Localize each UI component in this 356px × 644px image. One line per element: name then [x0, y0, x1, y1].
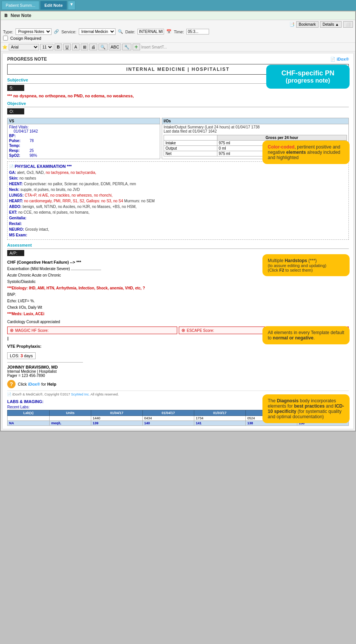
- format-toolbar: ⭐ Arial 11 B U A ⊞ 🖨 🔍 ABC 🔧 + Insert Sm…: [1, 43, 355, 52]
- heart-label: HEART:: [9, 199, 23, 203]
- heent-value: Conjunctivae: no pallor, Sclerae: no jau…: [24, 182, 136, 186]
- tab-dropdown[interactable]: ▼: [68, 1, 76, 10]
- ms-line: MS Exam:: [9, 232, 347, 238]
- exacerbation-line-fill: [71, 270, 101, 270]
- filed-vitals-label: Filed Vitals:: [9, 125, 158, 129]
- labs-col-01-03-1: 01/03/17: [194, 410, 245, 416]
- meds-label: ***Meds: Lasix, ACEi: [7, 312, 44, 316]
- lungs-label: LUNGS:: [9, 193, 23, 197]
- los-unit: days: [24, 353, 33, 358]
- vte-label: VTE Prophylaxis:: [7, 344, 41, 349]
- labs-col-01-04-2: 01/04/17: [142, 410, 194, 416]
- window-title-icon: 🗎: [4, 13, 8, 18]
- tab-patient-summary[interactable]: Patient Summ...: [2, 1, 39, 10]
- footer-rights: All rights reserved.: [91, 392, 119, 396]
- labs-time2: 0434: [142, 416, 194, 421]
- etiology-line: ***Etiology: IHD, AMI, HTN, Arrhythmia, …: [7, 285, 349, 291]
- labs-col-units: Units: [50, 410, 91, 416]
- bp-row: BP:: [9, 133, 158, 138]
- los-value: 3: [20, 353, 23, 358]
- genitalia-line: Genitalia:: [9, 215, 347, 221]
- footer-icon: 📄: [7, 392, 11, 396]
- filed-vitals-text: Filed Vitals:: [9, 125, 29, 129]
- callout-chf-subtitle: (progress note): [272, 77, 344, 84]
- meds-line: ***Meds: Lasix, ACEi: [7, 311, 349, 317]
- ext-value: no CCE, no edema, nl pulses, no homans,: [18, 210, 89, 214]
- assessment-section-label: Assessment: [7, 243, 349, 247]
- calendar-icon[interactable]: 📅: [166, 29, 172, 34]
- bookmark-button[interactable]: Bookmark: [296, 21, 319, 28]
- help-icon[interactable]: ?: [7, 380, 16, 388]
- ios-summary: Intake/Output Summary (Last 24 hours) at…: [164, 125, 347, 129]
- signature-dept: Internal Medicine | Hospitalist: [7, 369, 349, 374]
- callout-diagnosis: The Diagnosis body incorporates elements…: [262, 394, 350, 423]
- tab-edit-note[interactable]: Edit Note: [40, 1, 67, 10]
- date-label: Date:: [125, 30, 135, 34]
- phys-exam-title: PHYSICAL EXAMINATION ***: [15, 164, 72, 169]
- window-title: 🗎 New Note: [1, 11, 355, 20]
- underline-button[interactable]: U: [63, 44, 71, 50]
- labs-time3: 1734: [194, 416, 245, 421]
- symptoms-line: *** no dyspnea, no orthopnea, no PND, no…: [7, 94, 349, 98]
- details-button[interactable]: Details ▲: [320, 21, 342, 28]
- window-title-text: New Note: [11, 13, 31, 18]
- search-button[interactable]: 🔍: [98, 44, 108, 50]
- type-icon: 🔗: [54, 29, 59, 34]
- document-content[interactable]: CHF-specific PN (progress note) Color-co…: [2, 53, 354, 429]
- skin-line: Skin: no rashes: [9, 175, 347, 181]
- add-button[interactable]: +: [133, 44, 140, 50]
- pulse-row: Pulse: 78: [9, 138, 158, 143]
- ios-filed: Last data filed at 01/04/17 1642: [164, 129, 347, 133]
- help-text: Click iDox® for Help: [18, 382, 56, 386]
- objective-o-field[interactable]: O:: [7, 108, 24, 114]
- bold-button[interactable]: B: [55, 44, 62, 50]
- skin-label: Skin:: [9, 176, 18, 180]
- tools-button[interactable]: 🔧: [122, 44, 131, 50]
- maggic-label: MAGGIC HF Score:: [15, 328, 48, 333]
- idox-label[interactable]: iDox®: [337, 57, 349, 61]
- maggic-score-block[interactable]: ⊗ MAGGIC HF Score:: [7, 327, 177, 334]
- objective-section-label: Objective: [7, 101, 349, 106]
- date-input[interactable]: [137, 29, 164, 34]
- print-button[interactable]: 🖨: [89, 44, 97, 50]
- time-input[interactable]: [186, 29, 209, 34]
- check-label: Check I/Os, Daily Wt: [7, 305, 42, 309]
- los-underline: [7, 362, 83, 363]
- labs-time-blank: [8, 416, 50, 421]
- heart-abnormal: no S3, no S4: [101, 199, 123, 203]
- abdo-line: ABDO: benign, soft, NT/ND, no Ascites, n…: [9, 204, 347, 209]
- ap-section-field[interactable]: A/P:: [7, 250, 24, 256]
- service-select[interactable]: Internal Medicin: [79, 28, 116, 35]
- tab-dropdown-arrow: ▼: [70, 2, 74, 6]
- resize-button[interactable]: ⬜: [343, 21, 353, 28]
- chf-title: CHF (Congestive Heart Failure) --> ***: [7, 260, 81, 264]
- toolbar-area: 📑 Bookmark Details ▲ ⬜ Type: Progress No…: [1, 20, 355, 43]
- ga-label: GA:: [9, 170, 16, 175]
- align-button[interactable]: A: [72, 44, 80, 50]
- systolic-label: Systolic/Diastolic: [7, 280, 36, 284]
- time-label: Time:: [174, 30, 184, 34]
- table-button[interactable]: ⊞: [81, 44, 88, 50]
- subjective-s-field[interactable]: S:: [7, 85, 24, 91]
- vitals-date-row: 01/04/17 1642: [9, 129, 158, 133]
- type-select[interactable]: Progress Notes: [16, 28, 52, 35]
- ga-value: alert, Ox3, NAD,: [17, 170, 45, 175]
- labs-time-blank2: [50, 416, 91, 421]
- spell-button[interactable]: ABC: [109, 44, 121, 50]
- output-label: Output: [164, 146, 217, 151]
- idox-logo-area: 📄 iDox®: [330, 57, 349, 62]
- size-select[interactable]: 11: [40, 44, 53, 50]
- font-select[interactable]: Arial: [9, 44, 39, 50]
- assessment-line: [7, 249, 349, 249]
- cosign-checkbox[interactable]: [3, 36, 8, 41]
- los-label: LOS:: [10, 353, 19, 358]
- heent-label: HEENT:: [9, 182, 23, 186]
- callout-color-title: Color-coded: [268, 144, 295, 150]
- resp-row: Resp: 25: [9, 148, 158, 153]
- star-icon: ⭐: [2, 45, 8, 50]
- heent-line: HEENT: Conjunctivae: no pallor, Sclerae:…: [9, 181, 347, 187]
- neuro-label: NEURO:: [9, 227, 24, 231]
- callout-normal-bold: normal or negative: [273, 335, 313, 341]
- echo-label: Echo: LVEF= %.: [7, 299, 35, 303]
- callout-diag-bold2: best practices: [294, 403, 325, 409]
